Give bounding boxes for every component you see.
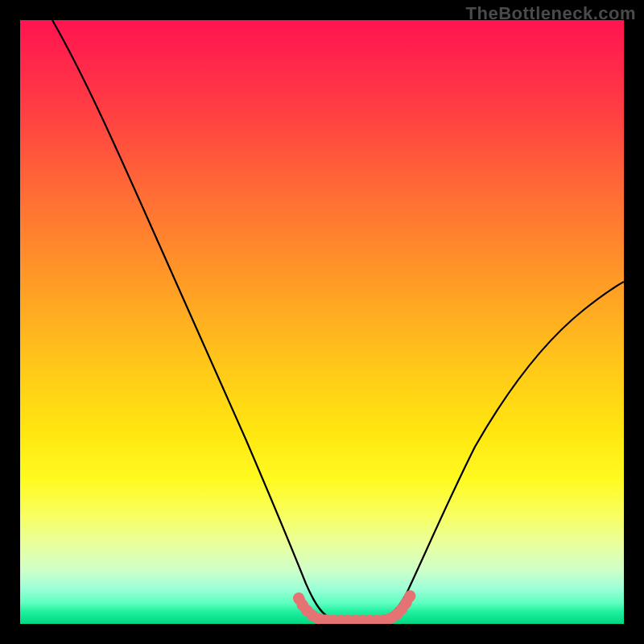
main-curve-path [52,20,624,617]
chart-svg [20,20,624,624]
highlight-band-path [299,593,411,621]
chart-area [20,20,624,624]
watermark-text: TheBottleneck.com [466,3,636,24]
